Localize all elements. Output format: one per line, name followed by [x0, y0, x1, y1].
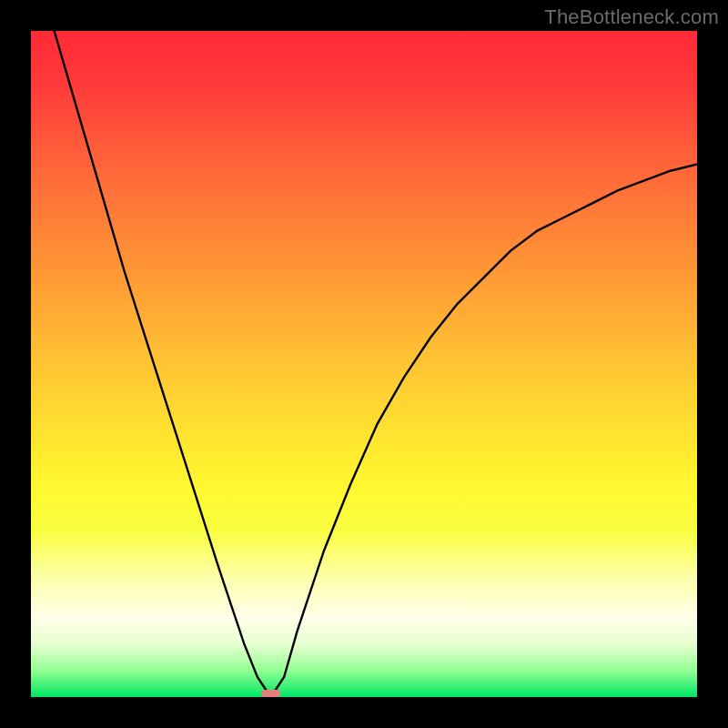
curve-path: [31, 31, 697, 697]
plot-area: [31, 31, 697, 697]
watermark-text: TheBottleneck.com: [544, 5, 719, 29]
chart-frame: TheBottleneck.com: [0, 0, 728, 728]
bottleneck-curve: [31, 31, 697, 697]
min-marker: [261, 690, 281, 697]
